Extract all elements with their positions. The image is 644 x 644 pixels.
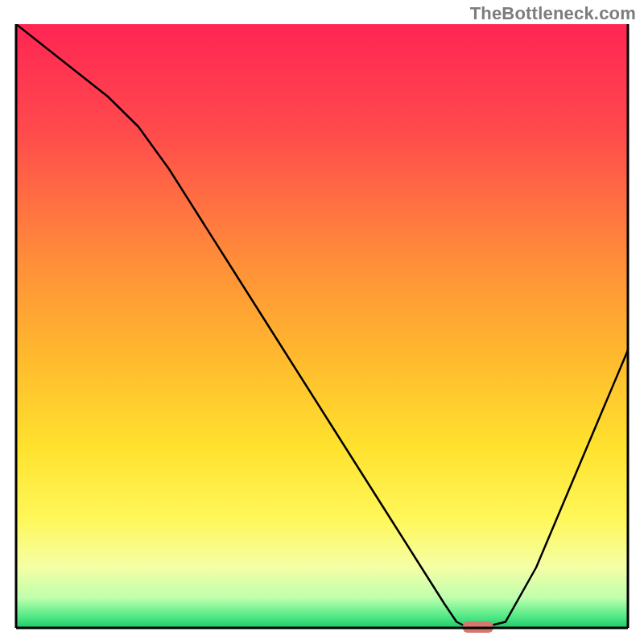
chart-container: TheBottleneck.com [0, 0, 644, 644]
bottleneck-chart [0, 0, 644, 644]
watermark-text: TheBottleneck.com [470, 3, 636, 24]
chart-background [16, 24, 628, 628]
